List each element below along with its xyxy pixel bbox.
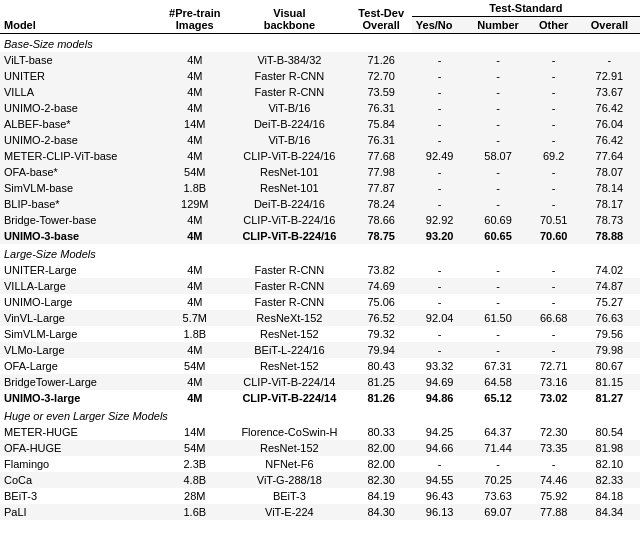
cell-4: - bbox=[412, 456, 468, 472]
cell-2: ResNet-152 bbox=[228, 440, 350, 456]
table-row: OFA-Large54MResNet-15280.4393.3267.3172.… bbox=[0, 358, 640, 374]
cell-3: 84.30 bbox=[351, 504, 412, 520]
cell-2: CLIP-ViT-B-224/16 bbox=[228, 148, 350, 164]
cell-7: 73.67 bbox=[579, 84, 640, 100]
cell-6: - bbox=[529, 84, 579, 100]
cell-4: - bbox=[412, 68, 468, 84]
cell-4: - bbox=[412, 294, 468, 310]
col-header-yesno: Yes/No bbox=[412, 17, 468, 34]
cell-7: 79.98 bbox=[579, 342, 640, 358]
col-header-overall: Overall bbox=[579, 17, 640, 34]
cell-7: 77.64 bbox=[579, 148, 640, 164]
cell-7: 76.42 bbox=[579, 100, 640, 116]
cell-7: 84.18 bbox=[579, 488, 640, 504]
cell-0: UNIMO-3-large bbox=[0, 390, 161, 406]
cell-0: BridgeTower-Large bbox=[0, 374, 161, 390]
cell-5: 60.69 bbox=[467, 212, 528, 228]
cell-7: - bbox=[579, 52, 640, 68]
table-row: VILLA-Large4MFaster R-CNN74.69---74.87 bbox=[0, 278, 640, 294]
cell-4: 94.25 bbox=[412, 424, 468, 440]
cell-1: 4M bbox=[161, 390, 228, 406]
cell-7: 76.04 bbox=[579, 116, 640, 132]
cell-2: BEiT-3 bbox=[228, 488, 350, 504]
cell-7: 74.87 bbox=[579, 278, 640, 294]
cell-6: 74.46 bbox=[529, 472, 579, 488]
cell-1: 129M bbox=[161, 196, 228, 212]
cell-1: 2.3B bbox=[161, 456, 228, 472]
cell-3: 73.82 bbox=[351, 262, 412, 278]
cell-2: DeiT-B-224/16 bbox=[228, 116, 350, 132]
table-row: OFA-HUGE54MResNet-15282.0094.6671.4473.3… bbox=[0, 440, 640, 456]
table-row: ALBEF-base*14MDeiT-B-224/1675.84---76.04 bbox=[0, 116, 640, 132]
cell-2: NFNet-F6 bbox=[228, 456, 350, 472]
table-row: UNITER4MFaster R-CNN72.70---72.91 bbox=[0, 68, 640, 84]
cell-5: - bbox=[467, 132, 528, 148]
table-row: ViLT-base4MViT-B-384/3271.26---- bbox=[0, 52, 640, 68]
cell-3: 84.19 bbox=[351, 488, 412, 504]
table-row: VILLA4MFaster R-CNN73.59---73.67 bbox=[0, 84, 640, 100]
cell-1: 4.8B bbox=[161, 472, 228, 488]
cell-1: 4M bbox=[161, 212, 228, 228]
section-header-2: Huge or even Larger Size Models bbox=[0, 406, 640, 424]
cell-7: 82.10 bbox=[579, 456, 640, 472]
cell-6: 72.30 bbox=[529, 424, 579, 440]
cell-1: 4M bbox=[161, 262, 228, 278]
cell-0: UNIMO-Large bbox=[0, 294, 161, 310]
cell-4: 92.49 bbox=[412, 148, 468, 164]
cell-7: 78.07 bbox=[579, 164, 640, 180]
cell-6: - bbox=[529, 342, 579, 358]
col-header-teststandard: Test-Standard bbox=[412, 0, 640, 17]
cell-7: 76.42 bbox=[579, 132, 640, 148]
cell-0: BEiT-3 bbox=[0, 488, 161, 504]
cell-6: - bbox=[529, 180, 579, 196]
cell-0: VLMo-Large bbox=[0, 342, 161, 358]
cell-7: 80.67 bbox=[579, 358, 640, 374]
cell-2: ViT-G-288/18 bbox=[228, 472, 350, 488]
cell-4: - bbox=[412, 326, 468, 342]
cell-5: 73.63 bbox=[467, 488, 528, 504]
section-header-0: Base-Size models bbox=[0, 34, 640, 53]
col-header-other: Other bbox=[529, 17, 579, 34]
cell-2: CLIP-ViT-B-224/16 bbox=[228, 228, 350, 244]
cell-6: - bbox=[529, 164, 579, 180]
cell-7: 82.33 bbox=[579, 472, 640, 488]
cell-4: - bbox=[412, 164, 468, 180]
cell-0: SimVLM-Large bbox=[0, 326, 161, 342]
cell-1: 4M bbox=[161, 148, 228, 164]
cell-1: 54M bbox=[161, 440, 228, 456]
table-row: BridgeTower-Large4MCLIP-ViT-B-224/1481.2… bbox=[0, 374, 640, 390]
results-table: Model #Pre-train Images Visual backbone … bbox=[0, 0, 640, 520]
cell-3: 82.00 bbox=[351, 456, 412, 472]
cell-1: 1.6B bbox=[161, 504, 228, 520]
cell-0: METER-HUGE bbox=[0, 424, 161, 440]
cell-5: 67.31 bbox=[467, 358, 528, 374]
table-row: VLMo-Large4MBEiT-L-224/1679.94---79.98 bbox=[0, 342, 640, 358]
cell-6: 73.02 bbox=[529, 390, 579, 406]
cell-1: 4M bbox=[161, 84, 228, 100]
cell-3: 76.31 bbox=[351, 100, 412, 116]
cell-5: 61.50 bbox=[467, 310, 528, 326]
table-row: CoCa4.8BViT-G-288/1882.3094.5570.2574.46… bbox=[0, 472, 640, 488]
cell-2: ViT-B/16 bbox=[228, 132, 350, 148]
cell-6: 77.88 bbox=[529, 504, 579, 520]
cell-6: - bbox=[529, 294, 579, 310]
cell-2: ViT-B/16 bbox=[228, 100, 350, 116]
cell-3: 75.06 bbox=[351, 294, 412, 310]
cell-0: UNITER bbox=[0, 68, 161, 84]
cell-5: 69.07 bbox=[467, 504, 528, 520]
cell-5: - bbox=[467, 456, 528, 472]
cell-6: 73.16 bbox=[529, 374, 579, 390]
cell-5: - bbox=[467, 180, 528, 196]
cell-6: 73.35 bbox=[529, 440, 579, 456]
cell-7: 74.02 bbox=[579, 262, 640, 278]
cell-1: 4M bbox=[161, 294, 228, 310]
cell-7: 81.15 bbox=[579, 374, 640, 390]
cell-4: - bbox=[412, 100, 468, 116]
table-row: UNIMO-Large4MFaster R-CNN75.06---75.27 bbox=[0, 294, 640, 310]
cell-1: 4M bbox=[161, 68, 228, 84]
cell-2: CLIP-ViT-B-224/14 bbox=[228, 390, 350, 406]
cell-7: 81.27 bbox=[579, 390, 640, 406]
table-row: OFA-base*54MResNet-10177.98---78.07 bbox=[0, 164, 640, 180]
cell-6: 69.2 bbox=[529, 148, 579, 164]
cell-6: - bbox=[529, 68, 579, 84]
